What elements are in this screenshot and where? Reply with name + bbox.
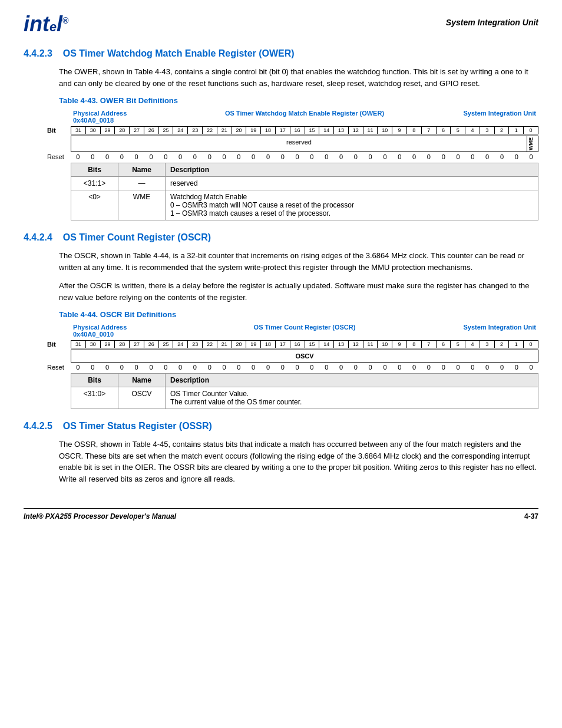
phys-addr-header: Physical Address 0x40A0_0018 <box>73 110 189 124</box>
def-table-header-2: Bits Name Description <box>71 374 538 387</box>
row-name: — <box>118 177 166 190</box>
bit-label-2: Bit <box>47 341 71 348</box>
bit-label: Bit <box>47 127 71 134</box>
row-desc-2: OS Timer Counter Value. The current valu… <box>166 387 538 409</box>
section-4425-text: The OSSR, shown in Table 4-45, contains … <box>59 440 537 483</box>
row-bits-2: <31:0> <box>71 387 118 409</box>
row-name-2: OSCV <box>118 387 166 409</box>
register-table-4-44: Physical Address 0x40A0_0010 OS Timer Co… <box>47 324 538 409</box>
def-table-4-44: Bits Name Description <31:0> OSCV OS Tim… <box>71 373 538 409</box>
reset-row-4-44: Reset 00 00 00 00 00 00 00 00 00 00 00 0… <box>47 364 538 371</box>
section-4423-title: 4.4.2.3 OS Timer Watchdog Match Enable R… <box>24 48 538 59</box>
section-4424-title: 4.4.2.4 OS Timer Count Register (OSCR) <box>24 232 538 243</box>
page-header: intel® System Integration Unit <box>24 12 538 37</box>
reg-header: Physical Address 0x40A0_0018 OS Timer Wa… <box>47 110 538 124</box>
section-4423-text: The OWER, shown in Table 4-43, contains … <box>59 67 528 88</box>
bit-numbers-2: 3130 2928 2726 2524 2322 2120 1918 1716 … <box>71 340 538 348</box>
reg-header-2: Physical Address 0x40A0_0010 OS Timer Co… <box>47 324 538 338</box>
phys-addr-header-2: Physical Address 0x40A0_0010 <box>73 324 189 338</box>
reset-row-4-43: Reset 00 00 00 00 00 00 00 00 00 00 00 0… <box>47 153 538 160</box>
bits-col-header-2: Bits <box>71 374 118 387</box>
section-4423: 4.4.2.3 OS Timer Watchdog Match Enable R… <box>24 48 538 220</box>
footer-right: 4-37 <box>524 512 538 521</box>
reset-label: Reset <box>47 153 71 160</box>
section-heading: OS Timer Watchdog Match Enable Register … <box>63 48 295 58</box>
siu-header-2: System Integration Unit <box>421 324 537 338</box>
section-4425: 4.4.2.5 OS Timer Status Register (OSSR) … <box>24 421 538 485</box>
reset-values: 00 00 00 00 00 00 00 00 00 00 00 00 00 0… <box>71 153 538 160</box>
desc-col-header: Description <box>166 163 538 177</box>
reg-name-header: OS Timer Watchdog Match Enable Register … <box>189 110 421 124</box>
table-row: <0> WME Watchdog Match Enable 0 – OSMR3 … <box>71 190 538 220</box>
section-number: 4.4.2.3 <box>24 48 52 58</box>
oscv-field: OSCV <box>71 350 538 362</box>
page-footer: Intel® PXA255 Processor Developer's Manu… <box>24 508 538 521</box>
reset-values-2: 00 00 00 00 00 00 00 00 00 00 00 00 00 0… <box>71 364 538 371</box>
bit-numbers-row: Bit 3130 2928 2726 2524 2322 2120 1918 1… <box>47 126 538 134</box>
name-col-header-2: Name <box>118 374 166 387</box>
section-4424-body2: After the OSCR is written, there is a de… <box>59 280 538 303</box>
table-4-44-title: Table 4-44. OSCR Bit Definitions <box>59 310 538 319</box>
bit-numbers: 3130 2928 2726 2524 2322 2120 1918 1716 … <box>71 126 538 134</box>
reg-name-header-2: OS Timer Count Register (OSCR) <box>189 324 421 338</box>
table-row: <31:1> — reserved <box>71 177 538 190</box>
section-4424-text1: The OSCR, shown in Table 4-44, is a 32-b… <box>59 251 524 272</box>
row-desc: reserved <box>166 177 538 190</box>
register-content-row: reserved WME <box>47 136 538 152</box>
bits-col-header: Bits <box>71 163 118 177</box>
section-heading-3: OS Timer Status Register (OSSR) <box>63 421 212 431</box>
row-bits: <31:1> <box>71 177 118 190</box>
section-number-3: 4.4.2.5 <box>24 421 52 431</box>
section-4424: 4.4.2.4 OS Timer Count Register (OSCR) T… <box>24 232 538 409</box>
section-4423-body: The OWER, shown in Table 4-43, contains … <box>59 66 538 89</box>
intel-logo: intel® <box>24 12 68 37</box>
register-content-row-2: OSCV <box>47 350 538 363</box>
row-bits: <0> <box>71 190 118 220</box>
section-4424-body1: The OSCR, shown in Table 4-44, is a 32-b… <box>59 250 538 273</box>
siu-header: System Integration Unit <box>421 110 537 124</box>
row-name: WME <box>118 190 166 220</box>
section-number-2: 4.4.2.4 <box>24 232 52 242</box>
register-fields: reserved WME <box>71 136 538 152</box>
footer-left: Intel® PXA255 Processor Developer's Manu… <box>24 512 176 521</box>
table-4-43-title: Table 4-43. OWER Bit Definitions <box>59 96 538 105</box>
section-heading-2: OS Timer Count Register (OSCR) <box>63 232 211 242</box>
section-4424-text2: After the OSCR is written, there is a de… <box>59 281 529 302</box>
reset-label-2: Reset <box>47 364 71 371</box>
bit-numbers-row-2: Bit 3130 2928 2726 2524 2322 2120 1918 1… <box>47 340 538 348</box>
def-table-4-43: Bits Name Description <31:1> — reserved … <box>71 163 538 220</box>
name-col-header: Name <box>118 163 166 177</box>
section-4425-title: 4.4.2.5 OS Timer Status Register (OSSR) <box>24 421 538 431</box>
register-fields-2: OSCV <box>71 350 538 363</box>
row-desc: Watchdog Match Enable 0 – OSMR3 match wi… <box>166 190 538 220</box>
reserved-field: reserved <box>71 136 527 151</box>
register-table-4-43: Physical Address 0x40A0_0018 OS Timer Wa… <box>47 110 538 220</box>
def-table-header: Bits Name Description <box>71 163 538 177</box>
section-4425-body: The OSSR, shown in Table 4-45, contains … <box>59 439 538 485</box>
table-row: <31:0> OSCV OS Timer Counter Value. The … <box>71 387 538 409</box>
wme-field: WME <box>527 136 538 151</box>
desc-col-header-2: Description <box>166 374 538 387</box>
header-subtitle: System Integration Unit <box>446 18 538 27</box>
